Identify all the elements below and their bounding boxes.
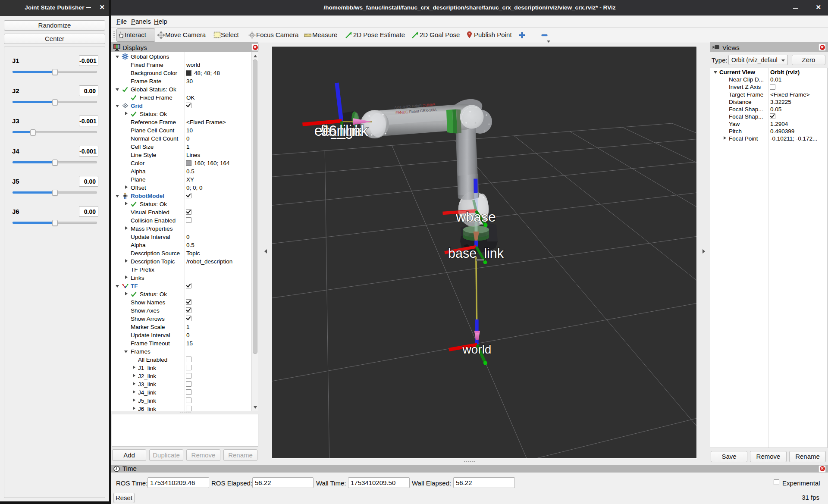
svg-text:base_link: base_link	[448, 246, 504, 260]
svg-text:wbase: wbase	[455, 209, 496, 225]
svg-text:world: world	[462, 343, 492, 356]
